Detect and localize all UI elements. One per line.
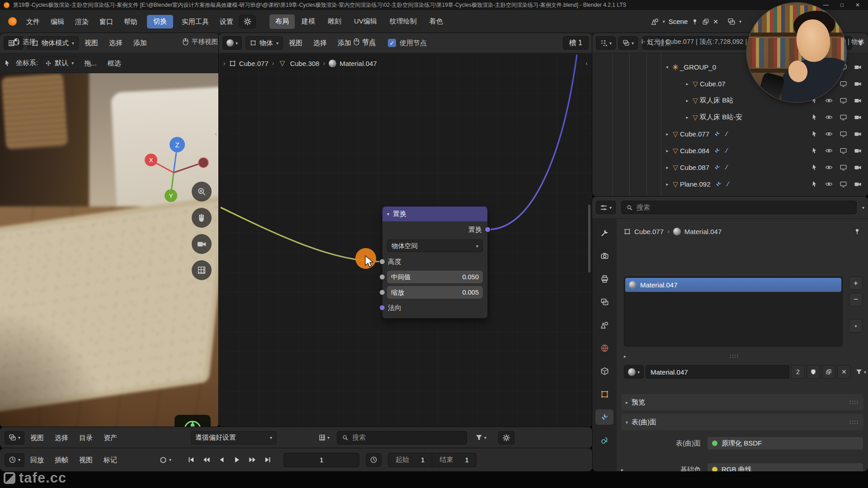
midlevel-value-field[interactable]: 中间值 0.050 bbox=[387, 271, 483, 283]
timeline-menu-view[interactable]: 视图 bbox=[74, 453, 98, 467]
preview-panel-header[interactable]: ▸ 预览 ∷∷ bbox=[621, 394, 863, 410]
hide-eye-icon[interactable] bbox=[825, 97, 833, 104]
end-frame-field[interactable]: 结束1 bbox=[432, 453, 476, 467]
normal-input-socket[interactable] bbox=[379, 305, 385, 311]
expand-chevron-icon[interactable]: ▸ bbox=[664, 165, 671, 170]
surface-panel-header[interactable]: ▾ 表(曲)面 ∷∷ bbox=[621, 414, 863, 430]
outliner-row-cube077[interactable]: ▸ ▽ Cube.077 bbox=[592, 126, 868, 142]
gear-button[interactable] bbox=[239, 15, 256, 28]
panel-grip-icon[interactable]: ∷∷ bbox=[849, 419, 859, 426]
outliner-item-label[interactable]: Cube.087 bbox=[680, 164, 709, 171]
viewport-disable-icon[interactable] bbox=[840, 147, 847, 155]
display-size-button[interactable]: ▾ bbox=[318, 434, 330, 441]
resize-grip-icon[interactable]: ∷∷ bbox=[730, 353, 739, 360]
grid-ortho-button[interactable] bbox=[192, 260, 212, 280]
canvas-scrollbar[interactable] bbox=[588, 205, 590, 272]
jump-to-start-button[interactable] bbox=[184, 454, 198, 466]
breadcrumb-material[interactable]: Material.047 bbox=[684, 228, 722, 235]
wire-displacement-output[interactable] bbox=[488, 55, 577, 230]
start-frame-field[interactable]: 起始1 bbox=[388, 453, 432, 467]
tab-view-layer[interactable] bbox=[595, 294, 613, 310]
selectable-pointer-icon[interactable] bbox=[811, 147, 818, 154]
timeline-menu-keying[interactable]: 插帧 bbox=[50, 453, 73, 467]
hide-eye-icon[interactable] bbox=[825, 113, 833, 121]
breadcrumb-expand-icon[interactable]: › bbox=[223, 60, 226, 67]
slot-specials-button[interactable]: ▾ bbox=[849, 319, 863, 333]
render-disable-icon[interactable] bbox=[854, 97, 862, 104]
pan-hand-button[interactable] bbox=[192, 208, 212, 228]
play-button[interactable] bbox=[230, 454, 244, 466]
outliner-row[interactable]: ▸ ▽ 双人床 B站-安 bbox=[592, 109, 868, 126]
settings-button[interactable]: 设置 bbox=[215, 15, 238, 28]
breadcrumb-object[interactable]: Cube.077 bbox=[229, 60, 269, 67]
unlink-material-button[interactable]: ✕ bbox=[837, 365, 851, 379]
viewport-disable-icon[interactable] bbox=[840, 130, 847, 138]
material-filter-button[interactable]: ▾ bbox=[855, 368, 866, 375]
outliner-type-button[interactable]: ▾ bbox=[596, 36, 616, 50]
play-reverse-button[interactable] bbox=[215, 454, 228, 466]
scale-input-socket[interactable] bbox=[379, 290, 385, 296]
render-disable-icon[interactable] bbox=[854, 180, 862, 188]
node-header[interactable]: ▾ 置换 bbox=[382, 206, 488, 221]
node-collapse-icon[interactable]: ▾ bbox=[387, 211, 389, 216]
current-frame-field[interactable]: 1 bbox=[283, 453, 359, 467]
outliner-item-label[interactable]: Cube.084 bbox=[680, 147, 709, 155]
camera-view-button[interactable] bbox=[192, 234, 212, 254]
viewport-disable-icon[interactable] bbox=[840, 113, 847, 121]
expand-chevron-icon[interactable]: ▸ bbox=[664, 131, 671, 136]
tab-output[interactable] bbox=[595, 271, 613, 286]
active-tool-icon[interactable] bbox=[4, 59, 11, 67]
scale-value-field[interactable]: 缩放 0.005 bbox=[387, 286, 483, 299]
tab-object[interactable] bbox=[595, 386, 613, 402]
surface-shader-button[interactable]: 原理化 BSDF bbox=[707, 436, 863, 450]
workspace-tab-layout[interactable]: 布局 bbox=[269, 14, 295, 29]
selectable-pointer-icon[interactable] bbox=[811, 113, 818, 121]
timeline-menu-marker[interactable]: 标记 bbox=[99, 453, 122, 467]
workspace-tab-sculpt[interactable]: 雕刻 bbox=[322, 14, 347, 29]
outliner-row-plane092[interactable]: ▸ ▽ Plane.092 bbox=[592, 176, 868, 192]
use-preview-range-button[interactable] bbox=[366, 453, 382, 467]
import-method-dropdown[interactable]: 遵循偏好设置 ▾ bbox=[191, 431, 277, 445]
space-dropdown[interactable]: 物体空间 ▾ bbox=[387, 239, 483, 252]
prev-keyframe-button[interactable] bbox=[199, 454, 213, 466]
workspace-tab-modeling[interactable]: 建模 bbox=[296, 14, 321, 29]
material-slot-list[interactable]: Material.047 bbox=[624, 277, 843, 347]
render-disable-icon[interactable] bbox=[854, 164, 862, 171]
scene-name[interactable]: Scene bbox=[669, 18, 688, 25]
expand-chevron-icon[interactable]: ▾ bbox=[664, 65, 671, 70]
timeline-menu-playback[interactable]: 回放 bbox=[25, 453, 49, 467]
maximize-button[interactable]: □ bbox=[840, 2, 844, 8]
selectable-pointer-icon[interactable] bbox=[811, 164, 818, 171]
properties-search-input[interactable]: 搜索 bbox=[621, 201, 857, 214]
view-layer-chevron-icon[interactable]: ▾ bbox=[739, 19, 741, 24]
orientation-dropdown[interactable]: 默认 ▾ bbox=[41, 56, 78, 70]
3d-viewport-canvas[interactable]: Z X Y ‹ bbox=[0, 73, 219, 427]
expand-chevron-icon[interactable]: ▸ bbox=[684, 81, 691, 86]
viewport-disable-icon[interactable] bbox=[840, 164, 847, 171]
tab-scene[interactable] bbox=[595, 317, 613, 333]
workspace-tab-uv[interactable]: UV编辑 bbox=[348, 14, 383, 29]
asset-settings-gear-button[interactable] bbox=[498, 431, 514, 445]
tab-collection[interactable] bbox=[595, 363, 613, 379]
menu-window[interactable]: 窗口 bbox=[94, 15, 118, 28]
material-browse-button[interactable]: ▾ bbox=[624, 365, 644, 379]
jump-to-end-button[interactable] bbox=[261, 454, 274, 466]
scene-dropdown-chevron-icon[interactable]: ▾ bbox=[663, 19, 665, 24]
viewport-menu-view[interactable]: 视图 bbox=[80, 36, 103, 50]
breadcrumb-mesh[interactable]: ▽ Cube.308 bbox=[278, 59, 319, 67]
displacement-node[interactable]: ▾ 置换 置换 物体空间 ▾ 高度 中间值 0.0 bbox=[382, 206, 488, 319]
region-collapse-icon[interactable]: ‹ bbox=[585, 60, 588, 67]
asset-menu-catalog[interactable]: 目录 bbox=[74, 431, 98, 445]
midlevel-input-socket[interactable] bbox=[379, 274, 385, 280]
render-disable-icon[interactable] bbox=[854, 63, 862, 71]
specials-icon[interactable]: ▸ bbox=[624, 354, 626, 359]
outliner-row-cube084[interactable]: ▸ ▽ Cube.084 bbox=[592, 142, 868, 159]
menu-edit[interactable]: 编辑 bbox=[46, 15, 69, 28]
expand-chevron-icon[interactable]: ▸ bbox=[621, 467, 628, 472]
blender-menu-icon[interactable] bbox=[8, 17, 17, 26]
properties-options-chevron-icon[interactable]: ▾ bbox=[862, 205, 864, 210]
expand-chevron-icon[interactable]: ▸ bbox=[684, 98, 691, 103]
workspace-tab-texture-paint[interactable]: 纹理绘制 bbox=[384, 14, 423, 29]
outliner-row[interactable]: ▸ ▽ 双人床 B站 bbox=[592, 92, 868, 109]
breadcrumb-object[interactable]: Cube.077 bbox=[634, 228, 664, 235]
